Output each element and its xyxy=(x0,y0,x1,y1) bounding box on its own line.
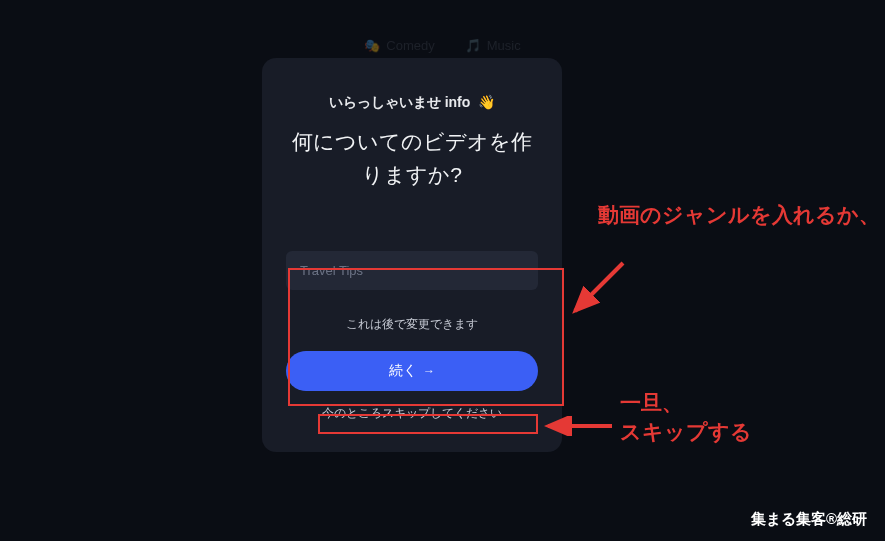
annotation-text-skip: 一旦、 スキップする xyxy=(620,388,752,447)
tag-music-label: Music xyxy=(487,38,521,53)
music-icon: 🎵 xyxy=(465,38,481,53)
annotation-arrow-1 xyxy=(565,255,635,325)
continue-button[interactable]: 続く → xyxy=(286,351,538,391)
welcome-prefix: いらっしゃいませ xyxy=(329,94,441,110)
onboarding-modal: いらっしゃいませ info 👋 何についてのビデオを作りますか? これは後で変更… xyxy=(262,58,562,452)
welcome-username: info xyxy=(445,94,471,110)
svg-line-0 xyxy=(575,263,623,311)
skip-link[interactable]: 今のところスキップしてください xyxy=(286,405,538,422)
annotation-text-genre: 動画のジャンルを入れるか、 xyxy=(598,200,880,229)
arrow-right-icon: → xyxy=(423,364,435,378)
onboarding-question: 何についてのビデオを作りますか? xyxy=(286,126,538,191)
comedy-icon: 🎭 xyxy=(364,38,380,53)
watermark: 集まる集客®総研 xyxy=(751,510,867,529)
change-later-note: これは後で変更できます xyxy=(286,316,538,333)
tag-comedy-label: Comedy xyxy=(386,38,434,53)
wave-icon: 👋 xyxy=(478,94,495,110)
video-topic-input[interactable] xyxy=(286,251,538,290)
tag-music: 🎵 Music xyxy=(465,38,521,53)
continue-label: 続く xyxy=(389,362,417,380)
welcome-message: いらっしゃいませ info 👋 xyxy=(286,94,538,112)
tag-comedy: 🎭 Comedy xyxy=(364,38,434,53)
background-category-tags: 🎭 Comedy 🎵 Music xyxy=(0,38,885,53)
